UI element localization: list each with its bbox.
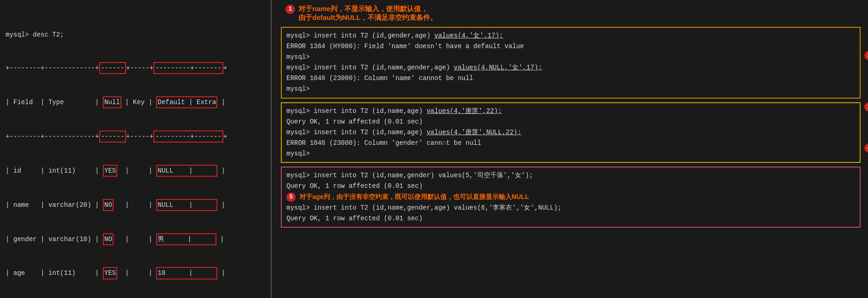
s1-line5: ERROR 1048 (23000): Column 'name' cannot… [286,73,855,84]
table-row-id: | id | int(11) | YES | | NULL | | [6,165,263,177]
table-border-mid: +--------+-------------+------+-----+---… [6,130,263,143]
table-row-age: | age | int(11) | YES | | 18 | | [6,267,263,279]
s1-line1: mysql> insert into T2 (id,gender,age) va… [286,31,855,41]
badge-4: 4 [864,143,868,153]
table-border-top: +--------+-------------+------+-----+---… [6,62,263,74]
s3-line5: Query OK, 1 row affected (0.01 sec) [286,213,855,224]
s3-annotation-row: 5 对于age列，由于没有非空约束，既可以使用默认值，也可以直接显示输入NULL [286,192,855,202]
table-row-gender: | gender | varchar(10) | NO | | 男 | | [6,233,263,245]
panel-divider [271,0,272,298]
left-panel: mysql> desc T2; +--------+-------------+… [0,0,269,298]
ann5-line1: 对于age列，由于没有非空约束，既可以使用默认值，也可以直接显示输入NULL [299,193,529,201]
badge-5: 5 [286,192,296,202]
table-row-name: | name | varchar(20) | NO | | NULL | | [6,199,263,211]
right-panel: 1 对于name列，不显示输入，使用默认值， 由于default为NULL，不满… [273,0,868,298]
badge-3: 3 [864,102,868,112]
badge-1: 1 [285,5,295,14]
badge-2: 2 [864,51,868,60]
s2-line5: ERROR 1048 (23000): Column 'gender' cann… [286,138,855,149]
annotation-1-text: 对于name列，不显示输入，使用默认值， 由于default为NULL，不满足非… [298,5,437,22]
s1-line4: mysql> insert into T2 (id,name,gender,ag… [286,62,855,73]
ann1-line2: 由于default为NULL，不满足非空约束条件。 [298,13,437,22]
s1-line2: ERROR 1364 (HY000): Field 'name' doesn't… [286,41,855,52]
annotation-2: 2 对于name列，显示输入NULL， 不满足非空约束条件。 [864,51,868,68]
annotation-4: 4 对于gender列，显示输入值为NULL，不满足非空约束条件，插入失败。 [864,143,868,153]
table-header-row: | Field | Type | Null | Key | Default | … [6,96,263,108]
desc-cmd: mysql> desc T2; [6,30,263,40]
s2-line6: mysql> [286,149,855,159]
s3-line2: Query OK, 1 row affected (0.01 sec) [286,181,855,192]
s3-line1: mysql> insert into T2 (id,name,gender) v… [286,170,855,181]
section-2: mysql> insert into T2 (id,name,age) valu… [281,102,861,163]
s3-line4: mysql> insert into T2 (id,name,gender,ag… [286,203,855,213]
s2-line1: mysql> insert into T2 (id,name,age) valu… [286,106,855,117]
section-1: mysql> insert into T2 (id,gender,age) va… [281,27,861,99]
s1-line6: mysql> [286,84,855,94]
annotation-3: 3 对于gender列，不显示输入则使用默认值，由于default默 认值非NU… [864,102,868,119]
s2-line4: mysql> insert into T2 (id,name,age) valu… [286,127,855,138]
top-annotation-area: 1 对于name列，不显示输入，使用默认值， 由于default为NULL，不满… [281,5,861,22]
s2-line2: Query OK, 1 row affected (0.01 sec) [286,117,855,127]
s1-line3: mysql> [286,52,855,62]
desc-table: mysql> desc T2; +--------+-------------+… [6,7,263,298]
section-3: mysql> insert into T2 (id,name,gender) v… [281,167,861,228]
ann1-line1: 对于name列，不显示输入，使用默认值， [298,5,437,13]
